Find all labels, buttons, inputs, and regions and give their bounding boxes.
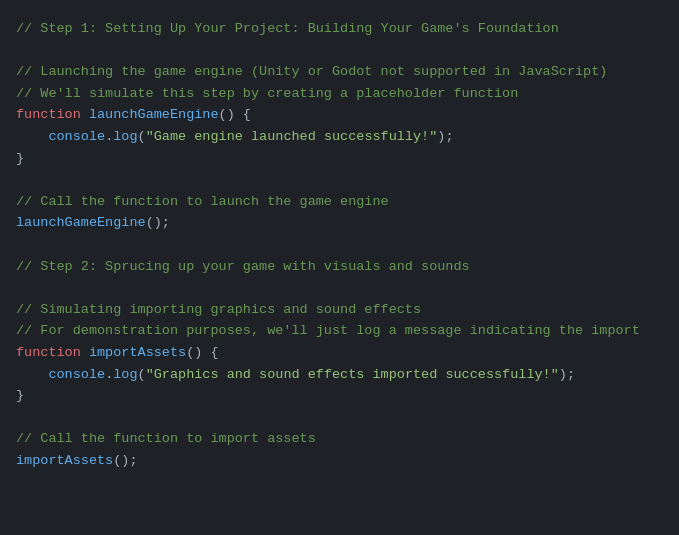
- code-line: // Call the function to launch the game …: [16, 191, 663, 213]
- keyword-token: function: [16, 107, 81, 122]
- plain-token: () {: [186, 345, 218, 360]
- plain-text: }: [16, 388, 24, 403]
- code-editor: // Step 1: Setting Up Your Project: Buil…: [0, 0, 679, 535]
- method-token: log: [113, 129, 137, 144]
- code-line: // Call the function to import assets: [16, 428, 663, 450]
- blank-line: [16, 169, 663, 191]
- comment-text: // Step 2: Sprucing up your game with vi…: [16, 259, 470, 274]
- code-line: // For demonstration purposes, we'll jus…: [16, 320, 663, 342]
- function-name-token: importAssets: [16, 453, 113, 468]
- plain-token: () {: [219, 107, 251, 122]
- comment-text: // Step 1: Setting Up Your Project: Buil…: [16, 21, 559, 36]
- plain-token: ();: [146, 215, 170, 230]
- plain-token: [16, 129, 48, 144]
- code-line: // Launching the game engine (Unity or G…: [16, 61, 663, 83]
- method-token: console: [48, 367, 105, 382]
- string-token: "Graphics and sound effects imported suc…: [146, 367, 559, 382]
- method-token: console: [48, 129, 105, 144]
- plain-token: );: [437, 129, 453, 144]
- code-line: launchGameEngine();: [16, 212, 663, 234]
- blank-line: [16, 407, 663, 429]
- function-name-token: launchGameEngine: [16, 215, 146, 230]
- code-line: // We'll simulate this step by creating …: [16, 83, 663, 105]
- blank-line: [16, 234, 663, 256]
- plain-token: ();: [113, 453, 137, 468]
- code-line: importAssets();: [16, 450, 663, 472]
- plain-token: [16, 367, 48, 382]
- comment-text: // Call the function to launch the game …: [16, 194, 389, 209]
- string-token: "Game engine launched successfully!": [146, 129, 438, 144]
- keyword-token: function: [16, 345, 81, 360]
- code-line: // Step 2: Sprucing up your game with vi…: [16, 256, 663, 278]
- code-line: // Simulating importing graphics and sou…: [16, 299, 663, 321]
- code-line: function launchGameEngine() {: [16, 104, 663, 126]
- code-line: function importAssets() {: [16, 342, 663, 364]
- code-line: console.log("Game engine launched succes…: [16, 126, 663, 148]
- blank-line: [16, 40, 663, 62]
- plain-token: (: [138, 367, 146, 382]
- method-token: log: [113, 367, 137, 382]
- plain-token: (: [138, 129, 146, 144]
- comment-text: // Simulating importing graphics and sou…: [16, 302, 421, 317]
- plain-token: [81, 107, 89, 122]
- comment-text: // Call the function to import assets: [16, 431, 316, 446]
- code-line: // Step 1: Setting Up Your Project: Buil…: [16, 18, 663, 40]
- function-name-token: launchGameEngine: [89, 107, 219, 122]
- plain-token: );: [559, 367, 575, 382]
- code-content: // Step 1: Setting Up Your Project: Buil…: [16, 18, 663, 471]
- code-line: console.log("Graphics and sound effects …: [16, 364, 663, 386]
- plain-token: [81, 345, 89, 360]
- function-name-token: importAssets: [89, 345, 186, 360]
- plain-text: }: [16, 151, 24, 166]
- comment-text: // For demonstration purposes, we'll jus…: [16, 323, 640, 338]
- code-line: }: [16, 385, 663, 407]
- comment-text: // We'll simulate this step by creating …: [16, 86, 518, 101]
- blank-line: [16, 277, 663, 299]
- code-line: }: [16, 148, 663, 170]
- comment-text: // Launching the game engine (Unity or G…: [16, 64, 607, 79]
